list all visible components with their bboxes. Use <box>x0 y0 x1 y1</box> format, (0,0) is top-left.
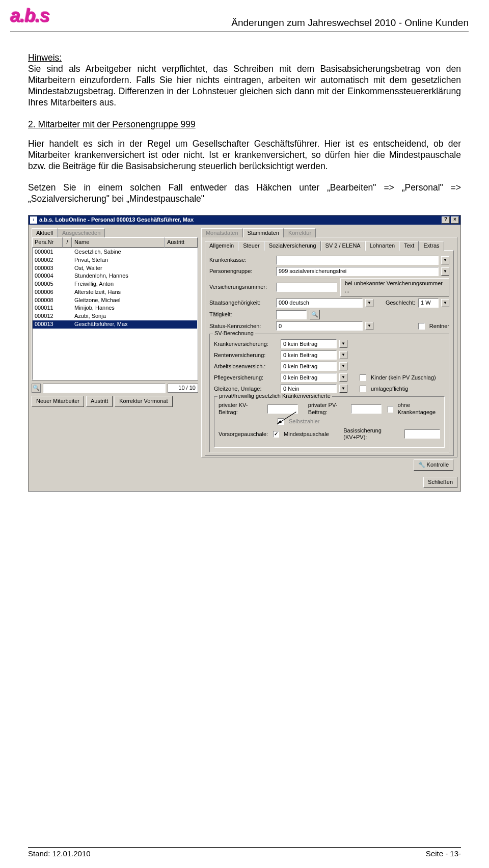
tab-aktuell[interactable]: Aktuell <box>32 228 58 238</box>
basissicherung-input[interactable] <box>404 429 440 439</box>
col-name[interactable]: Name <box>72 237 165 248</box>
search-input[interactable] <box>43 384 166 393</box>
kv-input[interactable]: 0 kein Beitrag <box>281 339 337 348</box>
table-row[interactable]: 000005Freiwillig, Anton <box>33 280 197 288</box>
search-icon[interactable]: 🔍 <box>32 384 41 393</box>
col-sort[interactable]: / <box>63 237 72 248</box>
subtab-sozialversicherung[interactable]: Sozialversicherung <box>264 241 321 251</box>
dropdown-icon[interactable]: ▼ <box>339 340 347 348</box>
status-input[interactable]: 0 <box>276 321 363 331</box>
table-row[interactable]: 000002Privat, Stefan <box>33 256 197 264</box>
dropdown-icon[interactable]: ▼ <box>441 299 449 307</box>
staatsangehoerigkeit-input[interactable]: 000 deutsch <box>276 299 363 308</box>
selbstzahler-checkbox[interactable] <box>278 418 284 425</box>
dropdown-icon[interactable]: ▼ <box>441 267 449 276</box>
kinder-label: Kinder (kein PV Zuschlag) <box>371 374 436 382</box>
table-row[interactable]: 000011Minijob, Hannes <box>33 304 197 312</box>
kinder-checkbox[interactable] <box>360 374 366 381</box>
table-row[interactable]: 000004Stundenlohn, Hannes <box>33 272 197 280</box>
dropdown-icon[interactable]: ▼ <box>339 385 347 393</box>
privat-fieldset: privat/freiwillig gesetzlich Krankenvers… <box>214 396 445 448</box>
neuer-mitarbeiter-button[interactable]: Neuer Mitarbeiter <box>32 396 84 407</box>
subtab-sv2-elena[interactable]: SV 2 / ELENA <box>321 241 365 251</box>
hinweis-text: Sie sind als Arbeitgeber nicht verpflich… <box>28 64 461 107</box>
pkv-beitrag-input[interactable] <box>267 404 298 414</box>
table-row[interactable]: 000001Gesetzlich, Sabine <box>33 248 197 256</box>
subtab-lohnarten[interactable]: Lohnarten <box>365 241 400 251</box>
wrench-icon: 🔧 <box>418 462 425 469</box>
section-2-p2: Setzen Sie in einem solchen Fall entwede… <box>28 182 461 205</box>
krankenkasse-input[interactable] <box>276 256 439 265</box>
ppv-beitrag-label: privater PV-Beitrag: <box>308 402 348 416</box>
dropdown-icon[interactable]: ▼ <box>365 299 373 307</box>
schliessen-button[interactable]: Schließen <box>423 477 457 488</box>
document-content: Hinweis: Sie sind als Arbeitgeber nicht … <box>0 32 489 492</box>
taetigkeit-lookup-button[interactable]: 🔍 <box>310 310 320 320</box>
kv-label: Krankenversicherung: <box>214 341 278 348</box>
av-label: Arbeitslosenversich.: <box>214 363 278 370</box>
privat-legend: privat/freiwillig gesetzlich Krankenvers… <box>218 393 332 400</box>
korrektur-vormonat-button[interactable]: Korrektur Vormonat <box>115 396 172 407</box>
staatsangehoerigkeit-label: Staatsangehörigkeit: <box>209 300 273 307</box>
subtab-allgemein[interactable]: Allgemein <box>205 241 238 251</box>
row-count: 10 / 10 <box>168 384 198 393</box>
subtab-steuer[interactable]: Steuer <box>238 241 264 251</box>
col-persnr[interactable]: Pers.Nr <box>32 237 63 248</box>
rentner-checkbox[interactable] <box>418 323 425 330</box>
gleitzone-input[interactable]: 0 Nein <box>281 384 337 393</box>
page-header: a.b.s Änderungen zum Jahreswechsel 2010 … <box>0 0 489 32</box>
austritt-button[interactable]: Austritt <box>86 396 113 407</box>
titlebar: i a.b.s. LobuOnline - Personal 000013 Ge… <box>29 215 460 225</box>
table-row[interactable]: 000012Azubi, Sonja <box>33 312 197 320</box>
subtab-text[interactable]: Text <box>399 241 419 251</box>
gleitzone-label: Gleitzone, Umlage: <box>214 386 278 393</box>
umlage-checkbox[interactable] <box>360 386 366 392</box>
ppv-beitrag-input[interactable] <box>351 404 382 414</box>
basissicherung-label: Basissicherung (KV+PV): <box>343 427 401 442</box>
versicherungsnummer-input[interactable] <box>276 283 337 292</box>
col-austritt[interactable]: Austritt <box>165 237 198 248</box>
umlage-label: umlagepflichtig <box>371 386 408 393</box>
dropdown-icon[interactable]: ▼ <box>339 351 347 359</box>
ohne-kt-label: ohne Krankentagege <box>398 402 440 416</box>
dropdown-icon[interactable]: ▼ <box>441 256 449 264</box>
table-row[interactable]: 000006Altersteilzeit, Hans <box>33 288 197 296</box>
table-row[interactable]: 000008Gleitzone, Michael <box>33 296 197 305</box>
tab-ausgeschieden[interactable]: Ausgeschieden <box>58 228 105 238</box>
help-button[interactable]: ? <box>442 216 450 224</box>
tab-monatsdaten[interactable]: Monatsdaten <box>201 228 243 238</box>
status-kennzeichen-label: Status-Kennzeichen: <box>209 323 273 330</box>
page-title: Änderungen zum Jahreswechsel 2010 - Onli… <box>66 17 469 31</box>
dropdown-icon[interactable]: ▼ <box>339 362 347 370</box>
table-row[interactable]: 000003Ost, Walter <box>33 264 197 273</box>
employee-list[interactable]: 000001Gesetzlich, Sabine000002Privat, St… <box>32 248 198 380</box>
taetigkeit-input[interactable] <box>276 310 307 319</box>
geschlecht-input[interactable]: 1 W <box>418 299 439 308</box>
footer-stand: Stand: 12.01.2010 <box>28 849 91 858</box>
close-button[interactable]: × <box>451 216 459 224</box>
mindestpauschale-label: Mindestpauschale <box>284 431 329 438</box>
dropdown-icon[interactable]: ▼ <box>339 373 347 382</box>
selbstzahler-label: Selbstzahler <box>289 418 320 425</box>
taetigkeit-label: Tätigkeit: <box>209 311 273 318</box>
table-row[interactable]: 000013Geschäftsführer, Max <box>33 320 197 329</box>
pv-input[interactable]: 0 kein Beitrag <box>281 373 337 382</box>
kontrolle-button[interactable]: 🔧 Kontrolle <box>414 459 453 471</box>
personengruppe-input[interactable]: 999 sozialversicherungsfrei <box>276 267 439 276</box>
tab-stammdaten[interactable]: Stammdaten <box>243 228 284 238</box>
app-window: i a.b.s. LobuOnline - Personal 000013 Ge… <box>28 215 461 492</box>
sv-berechnung-fieldset: SV-Berechnung Krankenversicherung: 0 kei… <box>209 334 449 452</box>
geschlecht-label: Geschlecht: <box>386 300 415 307</box>
right-panel: Monatsdaten Stammdaten Korrektur Allgeme… <box>201 228 457 471</box>
sv-berechnung-legend: SV-Berechnung <box>213 330 255 337</box>
av-input[interactable]: 0 kein Beitrag <box>281 362 337 371</box>
subtab-extras[interactable]: Extras <box>419 241 444 251</box>
dropdown-icon[interactable]: ▼ <box>365 322 373 330</box>
krankenkasse-label: Krankenkasse: <box>209 257 273 264</box>
unbekannte-versnr-button[interactable]: bei unbekannter Versicherungsnummer ... <box>340 278 449 296</box>
rv-input[interactable]: 0 kein Beitrag <box>281 350 337 360</box>
ohne-krankentagegeld-checkbox[interactable] <box>388 406 393 413</box>
tab-korrektur[interactable]: Korrektur <box>284 228 316 238</box>
mindestpauschale-checkbox[interactable]: ✓ <box>273 431 279 438</box>
footer-seite: Seite - 13- <box>426 849 461 858</box>
